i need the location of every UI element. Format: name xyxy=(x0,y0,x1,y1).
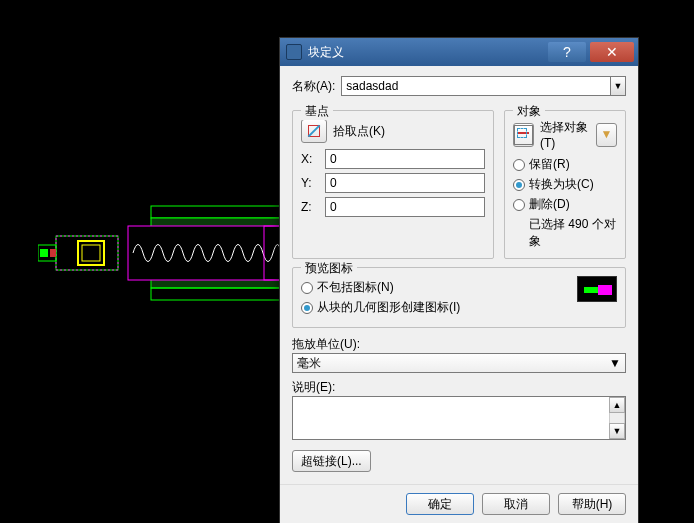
create-icon-radio[interactable]: 从块的几何图形创建图标(I) xyxy=(301,299,577,316)
hyperlink-button[interactable]: 超链接(L)... xyxy=(292,450,371,472)
selection-status: 已选择 490 个对象 xyxy=(529,216,617,250)
convert-radio[interactable]: 转换为块(C) xyxy=(513,176,617,193)
description-textarea[interactable]: ▲ ▼ xyxy=(292,396,626,440)
basepoint-legend: 基点 xyxy=(301,103,333,120)
svg-rect-10 xyxy=(50,249,56,257)
units-value: 毫米 xyxy=(297,355,321,372)
preview-thumbnail xyxy=(577,276,617,302)
z-label: Z: xyxy=(301,200,325,214)
svg-rect-9 xyxy=(40,249,48,257)
preview-legend: 预览图标 xyxy=(301,260,357,277)
pick-point-button[interactable] xyxy=(301,119,327,143)
filter-button[interactable] xyxy=(596,123,617,147)
scroll-track[interactable] xyxy=(609,413,625,423)
objects-legend: 对象 xyxy=(513,103,545,120)
x-label: X: xyxy=(301,152,325,166)
units-select[interactable]: 毫米 ▼ xyxy=(292,353,626,373)
dialog-title: 块定义 xyxy=(308,44,548,61)
retain-radio[interactable]: 保留(R) xyxy=(513,156,617,173)
svg-rect-3 xyxy=(128,226,281,280)
select-objects-icon xyxy=(514,125,533,145)
select-objects-button[interactable] xyxy=(513,123,534,147)
filter-icon xyxy=(599,127,615,143)
scroll-down-icon[interactable]: ▼ xyxy=(609,423,625,439)
delete-radio[interactable]: 删除(D) xyxy=(513,196,617,213)
pick-point-label: 拾取点(K) xyxy=(333,123,385,140)
y-label: Y: xyxy=(301,176,325,190)
x-input[interactable] xyxy=(325,149,485,169)
basepoint-group: 基点 拾取点(K) X: Y: Z: xyxy=(292,110,494,259)
pick-point-icon xyxy=(306,123,322,139)
cad-drawing xyxy=(38,201,281,311)
chevron-down-icon: ▼ xyxy=(609,356,621,370)
name-input[interactable] xyxy=(341,76,610,96)
name-dropdown-icon[interactable]: ▼ xyxy=(610,76,626,96)
help-icon[interactable]: ? xyxy=(548,42,586,62)
scroll-up-icon[interactable]: ▲ xyxy=(609,397,625,413)
objects-group: 对象 选择对象(T) 保留(R) 转换为块(C) 删除(D) 已选择 490 个… xyxy=(504,110,626,259)
svg-rect-2 xyxy=(151,288,281,300)
app-icon xyxy=(286,44,302,60)
name-label: 名称(A): xyxy=(292,78,335,95)
close-icon[interactable]: ✕ xyxy=(590,42,634,62)
titlebar[interactable]: 块定义 ? ✕ xyxy=(280,38,638,66)
units-label: 拖放单位(U): xyxy=(292,336,626,353)
svg-rect-7 xyxy=(82,245,100,261)
block-definition-dialog: 块定义 ? ✕ 名称(A): ▼ 基点 拾取点(K) X: Y: Z: 对象 xyxy=(279,37,639,523)
help-button[interactable]: 帮助(H) xyxy=(558,493,626,515)
preview-group: 预览图标 不包括图标(N) 从块的几何图形创建图标(I) xyxy=(292,267,626,328)
svg-rect-0 xyxy=(151,206,281,218)
cancel-button[interactable]: 取消 xyxy=(482,493,550,515)
select-objects-label: 选择对象(T) xyxy=(540,119,590,150)
description-label: 说明(E): xyxy=(292,379,626,396)
ok-button[interactable]: 确定 xyxy=(406,493,474,515)
y-input[interactable] xyxy=(325,173,485,193)
no-icon-radio[interactable]: 不包括图标(N) xyxy=(301,279,577,296)
z-input[interactable] xyxy=(325,197,485,217)
